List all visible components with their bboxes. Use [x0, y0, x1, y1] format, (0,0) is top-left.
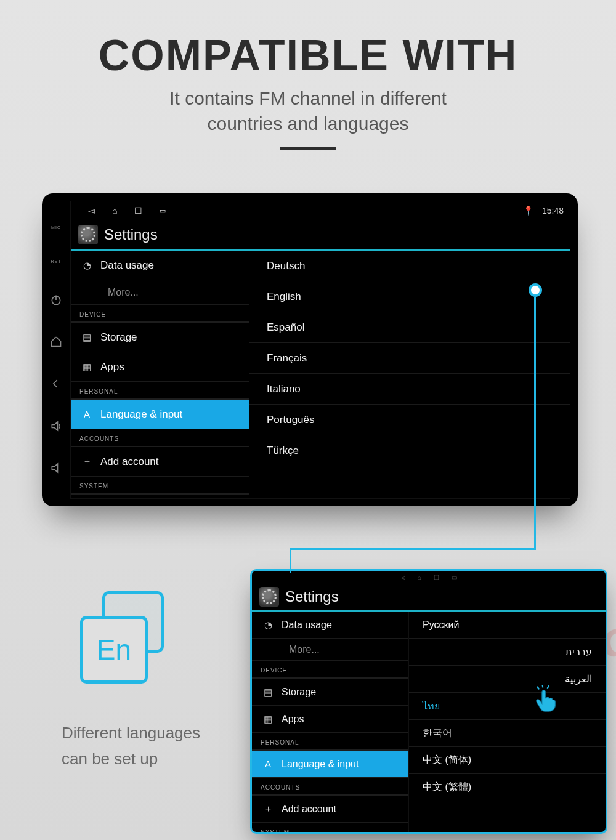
settings-gear-icon	[78, 225, 98, 244]
settings-sidebar: ◔ Data usage More... DEVICE ▤ Storage ▦ …	[71, 251, 249, 498]
sidebar-label: Apps	[100, 361, 124, 373]
callout-dot	[529, 283, 542, 297]
section-system: SYSTEM	[252, 823, 408, 832]
sidebar-label: Apps	[282, 714, 304, 725]
sidebar-label: Data usage	[100, 259, 154, 272]
data-usage-icon: ◔	[81, 260, 93, 271]
language-list-popup: Русскийעבריתالعربيةไทย한국어中文 (简体)中文 (繁體)	[409, 612, 606, 832]
lang-item[interactable]: 中文 (简体)	[409, 747, 606, 774]
settings-titlebar: Settings	[71, 220, 570, 251]
lang-item[interactable]: עברית	[409, 639, 606, 666]
section-device: DEVICE	[252, 661, 408, 679]
sidebar-item-language[interactable]: ALanguage & input	[252, 751, 408, 778]
tap-cursor-icon	[532, 685, 561, 713]
nav-home-icon[interactable]: ⌂	[112, 206, 117, 216]
sidebar-label: Add account	[282, 804, 336, 815]
home-icon[interactable]	[50, 336, 62, 348]
lang-item[interactable]: Türkçe	[249, 435, 570, 466]
sidebar-item-date-time[interactable]: ◷ Date & time	[71, 495, 249, 498]
device-screen: ◅ ⌂ ☐ ▭ 📍 15:48 Settings ◔ Data usage Mo…	[70, 201, 570, 499]
section-personal: PERSONAL	[252, 733, 408, 751]
apps-icon: ▦	[262, 714, 274, 725]
vol-down-icon[interactable]	[50, 462, 62, 474]
hero-sub-1: It contains FM channel in different	[169, 88, 447, 108]
lang-item[interactable]: 한국어	[409, 720, 606, 747]
sidebar-item-data-usage[interactable]: ◔ Data usage	[71, 251, 249, 280]
section-system: SYSTEM	[71, 477, 249, 495]
section-device: DEVICE	[71, 305, 249, 323]
hero-title: COMPATIBLE WITH	[12, 31, 604, 80]
language-feature-icon: En	[80, 591, 172, 684]
caption-line-1: Different languages	[62, 721, 246, 746]
sidebar-label: Add account	[100, 456, 159, 468]
sidebar-item-data-usage[interactable]: ◔Data usage	[252, 612, 408, 639]
sidebar-item-storage[interactable]: ▤Storage	[252, 679, 408, 706]
sidebar-item-add-account[interactable]: ＋Add account	[252, 796, 408, 823]
popup-statusbar: ◅⌂☐▭	[252, 571, 606, 583]
power-icon[interactable]	[50, 294, 62, 306]
sidebar-item-add-account[interactable]: ＋ Add account	[71, 447, 249, 477]
device-side-controls: MIC RST	[42, 193, 70, 506]
popup-heading: Settings	[285, 588, 339, 605]
add-icon: ＋	[262, 803, 274, 815]
lang-item[interactable]: Italiano	[249, 374, 570, 405]
head-unit-device: MIC RST ◅ ⌂ ☐ ▭ 📍 15:48 Settings ◔	[42, 193, 578, 506]
caption-line-2: can be set up	[62, 746, 246, 772]
sidebar-item-more[interactable]: More...	[252, 639, 408, 661]
mic-label: MIC	[51, 225, 61, 230]
popup-titlebar: Settings	[252, 583, 606, 612]
apps-icon: ▦	[81, 361, 93, 373]
language-icon: A	[262, 759, 274, 769]
rst-label: RST	[51, 259, 62, 264]
sidebar-item-more[interactable]: More...	[71, 280, 249, 305]
lang-item[interactable]: Deutsch	[249, 251, 570, 281]
settings-gear-icon	[259, 587, 279, 607]
back-icon[interactable]	[50, 378, 62, 390]
lang-item[interactable]: Português	[249, 405, 570, 435]
lang-item[interactable]: 中文 (繁體)	[409, 774, 606, 801]
en-badge: En	[97, 633, 131, 666]
sidebar-label: Language & input	[100, 408, 182, 421]
sidebar-item-language[interactable]: A Language & input	[71, 400, 249, 429]
nav-recent-icon[interactable]: ☐	[134, 206, 142, 216]
sidebar-label: Storage	[282, 687, 316, 698]
language-icon: A	[81, 409, 93, 419]
lang-item[interactable]: Español	[249, 312, 570, 343]
hero-sub-2: countries and languages	[208, 113, 409, 134]
hero-rule	[280, 147, 336, 150]
lang-item[interactable]: ไทย	[409, 693, 606, 720]
clock: 15:48	[542, 206, 564, 216]
sidebar-label: Storage	[100, 331, 137, 344]
data-usage-icon: ◔	[262, 620, 274, 631]
section-accounts: ACCOUNTS	[252, 778, 408, 796]
sidebar-item-storage[interactable]: ▤ Storage	[71, 323, 249, 352]
lang-item[interactable]: العربية	[409, 666, 606, 693]
sidebar-label: Data usage	[282, 620, 332, 631]
section-accounts: ACCOUNTS	[71, 429, 249, 447]
section-personal: PERSONAL	[71, 382, 249, 400]
callout-line	[290, 548, 536, 550]
popup-sidebar: ◔Data usage More... DEVICE ▤Storage ▦App…	[252, 612, 409, 832]
add-icon: ＋	[81, 456, 93, 467]
vol-up-icon[interactable]	[50, 420, 62, 432]
nav-card-icon[interactable]: ▭	[160, 206, 166, 216]
sidebar-item-apps[interactable]: ▦Apps	[252, 706, 408, 733]
location-icon: 📍	[523, 206, 533, 216]
lang-item[interactable]: English	[249, 281, 570, 312]
storage-icon: ▤	[262, 687, 274, 698]
lang-item[interactable]: Русский	[409, 612, 606, 639]
settings-heading: Settings	[104, 226, 158, 243]
sidebar-item-apps[interactable]: ▦ Apps	[71, 352, 249, 382]
callout-line	[290, 548, 291, 573]
storage-icon: ▤	[81, 332, 93, 343]
android-statusbar: ◅ ⌂ ☐ ▭ 📍 15:48	[71, 201, 570, 220]
nav-back-icon[interactable]: ◅	[88, 206, 95, 216]
callout-line	[534, 297, 536, 548]
sidebar-label: Language & input	[282, 759, 359, 770]
language-list-main: Deutsch English Español Français Italian…	[249, 251, 570, 498]
lang-item[interactable]: Français	[249, 343, 570, 374]
